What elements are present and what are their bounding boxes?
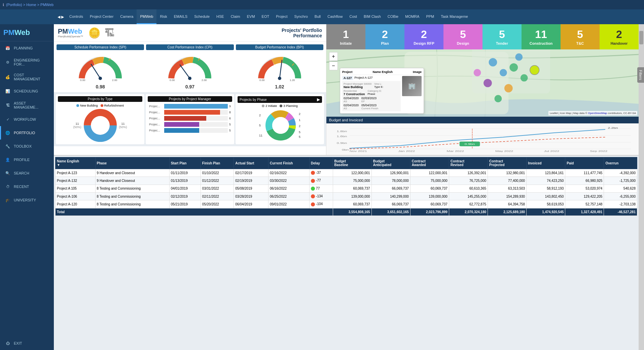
cell-finish-plan: 01/12/2022	[201, 177, 234, 185]
nav-cashflow[interactable]: Cashflow	[324, 9, 346, 24]
search-icon: 🔍	[4, 170, 11, 177]
cell-phase: 8 Testing and Commissioning	[95, 185, 169, 192]
phase-handover[interactable]: 2 Handover	[600, 24, 639, 49]
sidebar-item-recent[interactable]: ⏱ RECENT	[0, 180, 54, 193]
nav-project-center[interactable]: Project Center	[86, 9, 117, 24]
nav-schedule[interactable]: Schedule	[191, 9, 213, 24]
svg-text:May 2022: May 2022	[495, 150, 513, 152]
th-paid: Paid	[565, 157, 604, 169]
phase-construction[interactable]: 11 Construction	[522, 24, 561, 49]
nav-bim-clash[interactable]: BIM Clash	[360, 9, 384, 24]
cell-phase: 9 Handover and Closeout	[95, 169, 169, 177]
engineering-icon: ⚙	[4, 59, 11, 66]
svg-point-33	[500, 69, 507, 76]
nav-momra[interactable]: MOMRA	[402, 9, 423, 24]
th-name-english: Name English▼	[56, 157, 96, 169]
cpi-title: Cost Performance Index (CPI)	[146, 44, 234, 50]
svg-text:1.20: 1.20	[290, 79, 295, 82]
phase-tender[interactable]: 5 Tender	[482, 24, 522, 49]
budget-chart-container: Budget and Invoiced 0bn 0.9bn 1.6bn 1.8b…	[326, 117, 639, 155]
cell-budget-baseline: 60,069,737	[333, 200, 371, 208]
nav-camera[interactable]: Camera	[117, 9, 137, 24]
sidebar-item-workflow[interactable]: ✓ WORKFLOW	[0, 113, 54, 126]
phase-tc[interactable]: 5 T&C	[561, 24, 600, 49]
nav-task-mgmt[interactable]: Task Manageme	[437, 9, 471, 24]
cell-paid: 129,422,205	[565, 193, 604, 200]
planning-icon: 📅	[4, 45, 11, 51]
sidebar-item-cost-management[interactable]: 💰 COST MANAGEMENT	[0, 70, 54, 84]
cell-overrun: 540,628	[604, 185, 637, 192]
sidebar-item-asset[interactable]: 🏗 ASSET MANAGEME...	[0, 98, 54, 113]
cell-budget-anticipated: 66,069,737	[371, 200, 410, 208]
zoom-in-button[interactable]: +	[329, 52, 338, 61]
portfolio-title-main: Projects' Portfolio	[282, 28, 322, 33]
sidebar-item-search[interactable]: 🔍 SEARCH	[0, 166, 54, 180]
nav-pmweb[interactable]: PMWeb	[137, 9, 156, 24]
th-budget-baseline: BudgetBaseline	[333, 157, 371, 169]
cell-delay: -77	[310, 177, 333, 185]
cell-start-plan: 02/12/2019	[169, 193, 201, 200]
table-wrapper: Name English▼ Phase Start Plan Finish Pl…	[55, 157, 637, 216]
cell-name: Project A-132	[56, 177, 96, 185]
cpi-value: 0.97	[146, 84, 234, 89]
nav-evm[interactable]: EVM	[244, 9, 258, 24]
by-manager-title: Projects by Project Manager	[148, 96, 232, 102]
filters-tab[interactable]: Filters	[637, 67, 639, 83]
by-type-title: Projects by Type	[58, 96, 142, 102]
th-delay: Delay	[310, 157, 333, 169]
profile-icon: 👤	[4, 156, 11, 163]
sidebar-item-planning[interactable]: 📅 PLANNING	[0, 41, 54, 55]
recent-icon: ⏱	[4, 183, 11, 190]
phase-design-rfp[interactable]: 2 Design RFP	[404, 24, 443, 49]
sidebar-item-toolbox[interactable]: 🔧 TOOLBOX	[0, 140, 54, 153]
zoom-out-button[interactable]: −	[329, 62, 338, 70]
cell-overrun: -1,725,000	[604, 177, 637, 185]
cell-budget-baseline: 139,000,000	[333, 193, 371, 200]
cell-name: Project A-120	[56, 200, 96, 208]
toolbox-icon: 🔧	[4, 143, 11, 150]
cell-current-finish: 06/16/2022	[269, 185, 310, 192]
svg-point-39	[515, 53, 523, 61]
phase-design[interactable]: 5 Design	[443, 24, 482, 49]
info-icon[interactable]: ℹ	[3, 3, 4, 7]
phase-plan[interactable]: 2 Plan	[365, 24, 404, 49]
nav-synchro[interactable]: Synchro	[291, 9, 311, 24]
total-contract-revised: 2,070,324,180	[449, 208, 488, 216]
phase-arrow[interactable]: ▶	[317, 97, 320, 102]
cell-budget-anticipated: 66,069,737	[371, 185, 410, 192]
sidebar-item-engineering[interactable]: ⚙ ENGINEERING FOR...	[0, 55, 54, 70]
nav-emails[interactable]: EMAILS	[171, 9, 191, 24]
nav-controls[interactable]: Controls	[66, 9, 86, 24]
nav-arrow-left[interactable]: ◀ ▶	[56, 9, 66, 24]
nav-eot[interactable]: EOT	[258, 9, 273, 24]
nav-bull[interactable]: Bull	[311, 9, 324, 24]
table-row: Project A-120 8 Testing and Commissionin…	[56, 200, 637, 208]
nav-project[interactable]: Project	[273, 9, 291, 24]
cell-budget-baseline: 75,000,000	[333, 177, 371, 185]
sidebar-item-university[interactable]: 🎓 UNIVERSITY	[0, 193, 54, 207]
sidebar-item-profile[interactable]: 👤 PROFILE	[0, 153, 54, 166]
spi-title: Schedule Performance Index (SPI)	[57, 44, 144, 50]
cell-paid: 52,757,148	[565, 200, 604, 208]
nav-hse[interactable]: HSE	[213, 9, 227, 24]
table-row: Project A 105 8 Testing and Commissionin…	[56, 185, 637, 192]
cell-contract-projected: 63,313,503	[488, 185, 527, 192]
top-bar: ℹ (Portfolio) > Home > PMWeb	[0, 0, 644, 9]
sidebar-item-portfolio[interactable]: 🌐 PORTFOLIO	[0, 126, 54, 140]
scroll-thumb[interactable]	[639, 31, 643, 44]
phase-initiate[interactable]: 1 Initiate	[326, 24, 365, 49]
table-row: Project A-123 9 Handover and Closeout 01…	[56, 169, 637, 177]
sidebar-item-exit[interactable]: ⏻ EXIT	[0, 337, 54, 350]
nav-cobie[interactable]: COBie	[384, 9, 402, 24]
th-start-plan: Start Plan	[169, 157, 201, 169]
nav-ppm[interactable]: PPM	[423, 9, 437, 24]
cell-contract-awarded: 60,069,737	[410, 185, 449, 192]
projects-by-phase-card: Projects by Phase ▶ 2 Initiate 3 Plannin…	[236, 94, 324, 144]
cell-paid: 66,980,925	[565, 177, 604, 185]
svg-text:0.00: 0.00	[80, 79, 85, 82]
sidebar-item-scheduling[interactable]: 📊 SCHEDULING	[0, 84, 54, 98]
nav-claim[interactable]: Claim	[227, 9, 244, 24]
cell-current-finish: 09/01/2022	[269, 200, 310, 208]
nav-risk[interactable]: Risk	[156, 9, 170, 24]
nav-cost[interactable]: Cost	[346, 9, 360, 24]
